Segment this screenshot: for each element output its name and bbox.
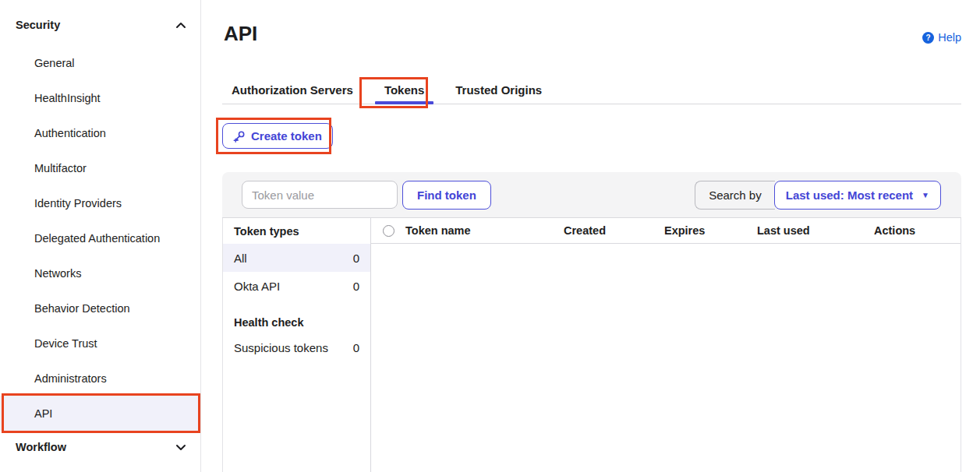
- token-type-all-label: All: [234, 252, 247, 265]
- suspicious-tokens-count: 0: [353, 341, 359, 354]
- help-link-label: Help: [938, 31, 961, 44]
- col-created: Created: [564, 224, 664, 237]
- filter-bar: Find token Search by Last used: Most rec…: [222, 172, 961, 218]
- sidebar-item-authentication[interactable]: Authentication: [0, 115, 200, 150]
- create-token-label: Create token: [251, 129, 322, 143]
- sidebar-security-items: General HealthInsight Authentication Mul…: [0, 45, 200, 431]
- help-link[interactable]: ? Help: [922, 31, 961, 44]
- tab-trusted-origins[interactable]: Trusted Origins: [446, 76, 551, 104]
- search-by-label: Search by: [695, 181, 775, 210]
- select-all-radio[interactable]: [383, 225, 394, 237]
- token-type-all-count: 0: [353, 252, 359, 265]
- question-mark-icon: ?: [922, 32, 934, 44]
- key-plus-icon: [233, 130, 246, 143]
- caret-down-icon: ▼: [922, 192, 929, 199]
- tokens-table: Token name Created Expires Last used Act…: [371, 218, 961, 472]
- token-types-title: Token types: [223, 218, 370, 244]
- main-content: API ? Help Authorization Servers Tokens …: [201, 0, 980, 472]
- sidebar-section-workflow-label: Workflow: [16, 441, 66, 453]
- tab-authorization-servers[interactable]: Authorization Servers: [222, 76, 363, 104]
- col-expires: Expires: [664, 224, 757, 237]
- sidebar-item-identity-providers[interactable]: Identity Providers: [0, 185, 200, 220]
- page-title: API: [224, 22, 257, 46]
- col-actions: Actions: [874, 224, 961, 237]
- sidebar-item-multifactor[interactable]: Multifactor: [0, 150, 200, 185]
- sidebar-section-security[interactable]: Security: [16, 19, 186, 31]
- token-type-okta-api-count: 0: [353, 280, 359, 293]
- sidebar-item-behavior-detection[interactable]: Behavior Detection: [0, 291, 200, 326]
- tab-bar: Authorization Servers Tokens Trusted Ori…: [222, 76, 961, 104]
- sidebar-section-workflow[interactable]: Workflow: [16, 441, 186, 453]
- tokens-table-body: [371, 244, 961, 472]
- search-by-group: Search by Last used: Most recent ▼: [695, 181, 941, 210]
- suspicious-tokens-label: Suspicious tokens: [234, 341, 328, 354]
- tokens-table-header: Token name Created Expires Last used Act…: [371, 218, 961, 244]
- token-type-all[interactable]: All 0: [223, 244, 370, 272]
- token-type-okta-api-label: Okta API: [234, 280, 280, 293]
- panel-body: Token types All 0 Okta API 0 Health chec…: [222, 218, 961, 472]
- sidebar-item-networks[interactable]: Networks: [0, 255, 200, 291]
- sort-dropdown[interactable]: Last used: Most recent ▼: [774, 181, 941, 210]
- sidebar-item-healthinsight[interactable]: HealthInsight: [0, 80, 200, 115]
- sidebar-item-administrators[interactable]: Administrators: [0, 361, 200, 396]
- col-last-used: Last used: [757, 224, 874, 237]
- tokens-panel: Find token Search by Last used: Most rec…: [222, 172, 961, 472]
- token-types-panel: Token types All 0 Okta API 0 Health chec…: [223, 218, 371, 472]
- select-all-cell: [371, 225, 405, 237]
- col-token-name: Token name: [405, 224, 564, 237]
- sidebar-section-security-label: Security: [16, 19, 60, 31]
- sidebar-item-api[interactable]: API: [0, 396, 200, 431]
- tab-tokens[interactable]: Tokens: [375, 76, 433, 104]
- sidebar-item-delegated-authentication[interactable]: Delegated Authentication: [0, 220, 200, 255]
- create-token-button[interactable]: Create token: [222, 123, 333, 149]
- sort-dropdown-value: Last used: Most recent: [786, 188, 913, 202]
- token-type-suspicious-tokens[interactable]: Suspicious tokens 0: [223, 333, 370, 361]
- chevron-down-icon: [175, 444, 186, 451]
- token-type-okta-api[interactable]: Okta API 0: [223, 272, 370, 300]
- sidebar-item-device-trust[interactable]: Device Trust: [0, 326, 200, 361]
- token-value-input[interactable]: [242, 181, 398, 209]
- find-token-button[interactable]: Find token: [402, 181, 491, 210]
- sidebar-item-general[interactable]: General: [0, 45, 200, 80]
- sidebar: Security General HealthInsight Authentic…: [0, 0, 201, 472]
- chevron-up-icon: [175, 22, 186, 29]
- health-check-title: Health check: [223, 312, 370, 333]
